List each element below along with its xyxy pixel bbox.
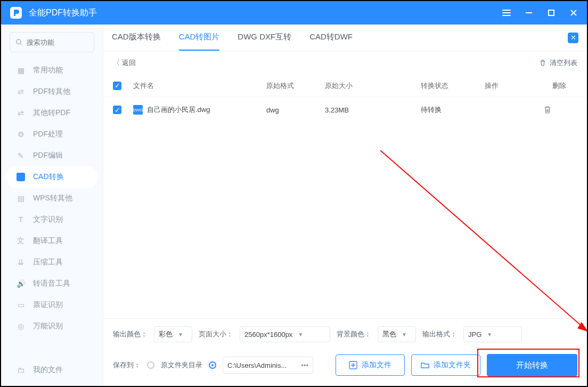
clear-list-label: 清空列表	[550, 58, 577, 68]
sidebar-item-label: PDF编辑	[33, 151, 63, 160]
search-box[interactable]	[10, 32, 94, 52]
table-row: ✓ DWG 自己画的小民居.dwg dwg 3.23MB 待转换	[103, 97, 587, 123]
search-icon	[15, 38, 22, 46]
sidebar-item-ocr[interactable]: T文字识别	[1, 209, 103, 230]
sidebar-item-common[interactable]: ▦常用功能	[1, 60, 103, 81]
delete-row-button[interactable]	[543, 106, 575, 114]
process-icon: ⚙	[16, 130, 26, 139]
dwg-file-icon: DWG	[133, 105, 143, 115]
file-table: ✓ DWG 自己画的小民居.dwg dwg 3.23MB 待转换	[103, 97, 587, 318]
titlebar: 全能PDF转换助手	[1, 1, 587, 25]
sidebar-item-label: WPS转其他	[33, 194, 72, 203]
folder-icon: 🗀	[16, 365, 26, 375]
sidebar-item-pdf-to-other[interactable]: ⇄PDF转其他	[1, 81, 103, 102]
bg-color-label: 背景颜色：	[337, 329, 371, 339]
sub-bar: 〈 返回 清空列表	[103, 51, 587, 75]
svg-rect-1	[549, 10, 554, 15]
tab-cad-version[interactable]: CAD版本转换	[112, 25, 161, 51]
sidebar-item-label: 翻译工具	[33, 236, 63, 246]
browse-path-button[interactable]: •••	[301, 361, 308, 369]
svg-point-2	[17, 39, 21, 44]
sidebar-item-label: 我的文件	[33, 365, 63, 375]
table-header: ✓ 文件名 原始格式 原始大小 转换状态 操作 删除	[103, 75, 587, 97]
file-state: 待转换	[421, 105, 485, 115]
save-to-label: 保存到：	[113, 360, 141, 370]
scan-icon: ◎	[16, 321, 26, 331]
maximize-icon[interactable]	[545, 7, 557, 19]
edit-icon: ✎	[16, 151, 26, 160]
th-filename: 文件名	[133, 81, 266, 91]
speaker-icon: 🔊	[16, 279, 26, 288]
sidebar-item-tts[interactable]: 🔊转语音工具	[1, 273, 103, 294]
start-convert-button[interactable]: 开始转换	[487, 354, 577, 376]
select-all-checkbox[interactable]: ✓	[113, 82, 121, 90]
app-title: 全能PDF转换助手	[29, 7, 501, 19]
sidebar-item-label: 压缩工具	[33, 257, 63, 267]
cad-icon	[16, 172, 26, 182]
output-format-label: 输出格式：	[422, 329, 457, 339]
clear-list-button[interactable]: 清空列表	[539, 58, 577, 68]
caret-down-icon: ▼	[487, 332, 492, 337]
caret-down-icon: ▼	[298, 332, 303, 337]
search-input[interactable]	[27, 38, 88, 46]
wps-icon: ▤	[16, 194, 26, 203]
output-color-select[interactable]: 彩色▼	[154, 326, 192, 342]
row-checkbox[interactable]: ✓	[113, 106, 121, 114]
th-format: 原始格式	[266, 81, 325, 91]
close-icon[interactable]	[568, 7, 579, 19]
radio-origin-folder[interactable]	[147, 361, 154, 369]
sidebar-item-label: CAD转换	[33, 172, 64, 182]
tab-dwg-dxf[interactable]: DWG DXF互转	[238, 25, 291, 51]
file-name: 自己画的小民居.dwg	[147, 105, 210, 115]
file-format: dwg	[266, 106, 325, 114]
sidebar-item-label: 文字识别	[33, 215, 63, 224]
save-path-value: C:\Users\Adminis...	[227, 361, 298, 369]
sidebar-item-ticket[interactable]: ▭票证识别	[1, 294, 103, 316]
close-tab-button[interactable]: ✕	[568, 33, 578, 43]
sidebar-item-universal[interactable]: ◎万能识别	[1, 316, 103, 337]
sidebar-item-label: 其他转PDF	[33, 108, 70, 118]
output-color-label: 输出颜色：	[113, 329, 148, 339]
sidebar-item-pdf-edit[interactable]: ✎PDF编辑	[1, 145, 103, 166]
page-size-select[interactable]: 2560px*1600px▼	[240, 326, 330, 342]
start-label: 开始转换	[516, 360, 548, 370]
chevron-left-icon: 〈	[113, 58, 120, 68]
app-logo-icon	[9, 5, 23, 20]
save-path-box[interactable]: C:\Users\Adminis... •••	[223, 357, 313, 374]
menu-icon[interactable]	[501, 7, 512, 19]
sidebar-item-translate[interactable]: 文翻译工具	[1, 230, 103, 252]
tab-cad-to-image[interactable]: CAD转图片	[179, 25, 220, 51]
tab-bar: CAD版本转换 CAD转图片 DWG DXF互转 CAD转DWF ✕	[103, 25, 587, 51]
compress-icon: ⇊	[16, 257, 26, 267]
back-button[interactable]: 〈 返回	[113, 58, 136, 68]
sidebar: ▦常用功能 ⇄PDF转其他 ⇄其他转PDF ⚙PDF处理 ✎PDF编辑 CAD转…	[1, 25, 103, 386]
bg-color-select[interactable]: 黑色▼	[378, 326, 416, 342]
plus-icon	[349, 361, 357, 369]
radio-custom-path[interactable]	[209, 361, 216, 369]
sidebar-item-my-files[interactable]: 🗀我的文件	[1, 359, 103, 381]
output-format-select[interactable]: JPG▼	[463, 326, 522, 342]
add-folder-button[interactable]: 添加文件夹	[411, 354, 480, 376]
convert-icon: ⇄	[16, 87, 26, 96]
translate-icon: 文	[16, 236, 26, 246]
sidebar-item-label: 常用功能	[33, 66, 63, 75]
bottom-panel: 输出颜色： 彩色▼ 页面大小： 2560px*1600px▼ 背景颜色： 黑色▼…	[103, 318, 587, 386]
sidebar-item-compress[interactable]: ⇊压缩工具	[1, 252, 103, 273]
sidebar-item-label: 票证识别	[33, 300, 63, 310]
minimize-icon[interactable]	[523, 7, 535, 19]
th-size: 原始大小	[325, 81, 421, 91]
grid-icon: ▦	[16, 66, 26, 75]
add-file-label: 添加文件	[362, 360, 391, 370]
sidebar-item-cad[interactable]: CAD转换	[6, 166, 97, 188]
sidebar-item-pdf-process[interactable]: ⚙PDF处理	[1, 124, 103, 145]
add-file-button[interactable]: 添加文件	[336, 354, 405, 376]
caret-down-icon: ▼	[402, 332, 407, 337]
sidebar-item-other-to-pdf[interactable]: ⇄其他转PDF	[1, 102, 103, 124]
svg-rect-3	[17, 173, 25, 181]
caret-down-icon: ▼	[178, 332, 183, 337]
file-size: 3.23MB	[325, 106, 421, 114]
sidebar-item-wps[interactable]: ▤WPS转其他	[1, 188, 103, 209]
tab-cad-to-dwf[interactable]: CAD转DWF	[309, 25, 353, 51]
back-label: 返回	[122, 58, 136, 68]
folder-icon	[421, 361, 429, 369]
